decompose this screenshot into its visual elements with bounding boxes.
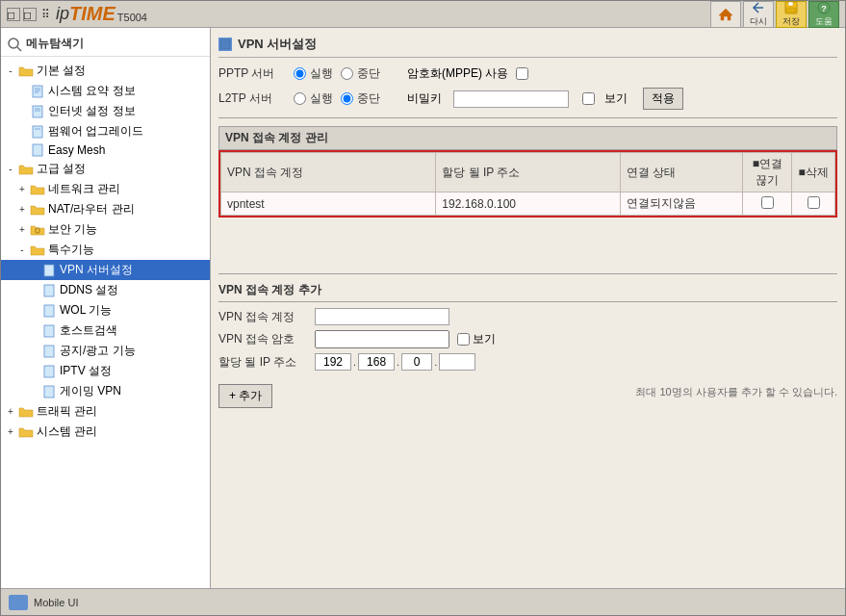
svg-marker-0 <box>719 9 732 20</box>
ip-dot-1: . <box>353 356 356 368</box>
mobile-ui-icon <box>9 595 28 610</box>
sidebar: 메뉴탐색기 - 기본 설정 시스템 요약 정보 <box>1 28 211 588</box>
l2tp-row: L2TP 서버 실행 중단 비밀키 보기 적용 <box>218 88 837 110</box>
add-account-label: VPN 접속 계정 <box>218 309 315 325</box>
sidebar-label-ddns: DDNS 설정 <box>60 282 118 298</box>
toolbar: 다시 저장 ? 도움 <box>710 1 839 28</box>
sidebar-label-network: 네트워크 관리 <box>48 181 120 197</box>
bottombar: Mobile UI <box>1 588 845 615</box>
expand-sysmgmt[interactable]: + <box>5 426 16 438</box>
expand-security[interactable]: + <box>16 224 28 236</box>
add-ip-row: 할당 될 IP 주소 . . . <box>218 353 837 371</box>
sidebar-item-vpnserver[interactable]: VPN 서버설정 <box>1 260 210 280</box>
accounts-section-title: VPN 접속 계정 관리 <box>225 130 328 146</box>
svg-rect-24 <box>44 366 54 377</box>
sidebar-item-sysinfo[interactable]: 시스템 요약 정보 <box>1 81 210 101</box>
add-button[interactable]: + 추가 <box>218 384 272 408</box>
folder-icon-sysmgmt <box>18 425 34 439</box>
expand-basic[interactable]: - <box>5 65 16 77</box>
ip-octet4[interactable] <box>439 353 475 371</box>
row-delete-check[interactable] <box>792 192 835 216</box>
svg-rect-23 <box>44 346 54 357</box>
back-icon <box>751 1 766 14</box>
pptp-encrypt-checkbox[interactable] <box>516 67 528 80</box>
sidebar-item-adblock[interactable]: 공지/광고 기능 <box>1 341 210 361</box>
folder-icon-traffic <box>18 405 34 419</box>
expand-advanced[interactable]: - <box>5 164 16 175</box>
page-icon-ddns <box>41 284 57 297</box>
l2tp-run-group: 실행 <box>294 90 333 107</box>
sidebar-item-traffic[interactable]: + 트래픽 관리 <box>1 401 210 422</box>
add-account-row: VPN 접속 계정 <box>218 308 837 325</box>
ip-dot-2: . <box>397 356 399 368</box>
empty-space <box>218 218 837 266</box>
folder-icon-security <box>30 223 45 237</box>
sidebar-item-netinfo[interactable]: 인터넷 설정 정보 <box>1 101 210 121</box>
delete-checkbox[interactable] <box>808 196 820 209</box>
col-account: VPN 접속 계정 <box>221 153 436 192</box>
sidebar-label-sysinfo: 시스템 요약 정보 <box>48 83 136 99</box>
svg-rect-3 <box>786 8 796 13</box>
help-button[interactable]: ? 도움 <box>808 1 839 28</box>
sidebar-item-advanced[interactable]: - 고급 설정 <box>1 159 210 179</box>
sidebar-item-hostscan[interactable]: 호스트검색 <box>1 321 210 341</box>
sidebar-item-gamevpn[interactable]: 게이밍 VPN <box>1 381 210 401</box>
l2tp-show-label: 보기 <box>604 90 628 107</box>
page-title-label: VPN 서버설정 <box>238 36 317 53</box>
sidebar-item-special[interactable]: - 특수기능 <box>1 240 210 260</box>
save-button[interactable]: 저장 <box>776 1 807 28</box>
folder-icon-nat <box>30 203 45 217</box>
expand-traffic[interactable]: + <box>5 406 16 418</box>
l2tp-apply-button[interactable]: 적용 <box>643 88 683 110</box>
svg-rect-8 <box>33 86 42 97</box>
row-disconnect-check[interactable] <box>743 192 792 216</box>
svg-text:?: ? <box>821 4 827 13</box>
sidebar-item-security[interactable]: + 보안 기능 <box>1 219 210 240</box>
pptp-label: PPTP 서버 <box>218 65 286 82</box>
sidebar-item-ddns[interactable]: DDNS 설정 <box>1 280 210 300</box>
sidebar-item-iptv[interactable]: IPTV 설정 <box>1 361 210 381</box>
sidebar-label-security: 보안 기능 <box>48 221 97 238</box>
sidebar-item-network[interactable]: + 네트워크 관리 <box>1 179 210 199</box>
sidebar-label-vpnserver: VPN 서버설정 <box>60 262 133 278</box>
accounts-table-highlight: VPN 접속 계정 할당 될 IP 주소 연결 상태 ■연결끊기 ■삭제 vpn… <box>218 150 837 218</box>
sidebar-label-hostscan: 호스트검색 <box>60 322 117 339</box>
sidebar-item-firmware[interactable]: 펌웨어 업그레이드 <box>1 121 210 141</box>
l2tp-run-radio[interactable] <box>294 92 306 105</box>
home-button[interactable] <box>710 1 741 28</box>
pptp-stop-radio[interactable] <box>341 67 353 80</box>
add-password-label: VPN 접속 암호 <box>218 331 315 347</box>
l2tp-stop-radio[interactable] <box>341 92 353 105</box>
sidebar-item-easymesh[interactable]: Easy Mesh <box>1 141 210 159</box>
expand-special[interactable]: - <box>16 244 28 256</box>
table-row: vpntest 192.168.0.100 연결되지않음 <box>221 192 835 216</box>
sidebar-item-sysmgmt[interactable]: + 시스템 관리 <box>1 422 210 442</box>
disconnect-checkbox[interactable] <box>761 196 774 209</box>
sidebar-item-basic[interactable]: - 기본 설정 <box>1 61 210 81</box>
add-password-input[interactable] <box>315 330 449 348</box>
add-account-input[interactable] <box>315 308 449 325</box>
sidebar-item-wol[interactable]: WOL 기능 <box>1 300 210 321</box>
sidebar-item-nat[interactable]: + NAT/라우터 관리 <box>1 199 210 219</box>
ip-octet3[interactable] <box>401 353 432 371</box>
l2tp-password-input[interactable] <box>453 90 569 108</box>
sidebar-label-nat: NAT/라우터 관리 <box>48 201 135 218</box>
l2tp-show-checkbox[interactable] <box>582 92 595 105</box>
add-section: VPN 접속 계정 추가 VPN 접속 계정 VPN 접속 암호 보기 할당 될… <box>218 282 837 408</box>
svg-line-7 <box>17 47 21 51</box>
minimize-icon[interactable]: □ <box>7 8 20 21</box>
row-status: 연결되지않음 <box>620 192 743 216</box>
main-layout: 메뉴탐색기 - 기본 설정 시스템 요약 정보 <box>1 28 845 588</box>
page-icon-wol <box>41 304 57 318</box>
add-show-checkbox[interactable] <box>457 333 470 346</box>
expand-nat[interactable]: + <box>16 204 28 216</box>
pptp-run-radio[interactable] <box>294 67 306 80</box>
ip-octet2[interactable] <box>358 353 395 371</box>
expand-network[interactable]: + <box>16 184 28 195</box>
add-ip-label: 할당 될 IP 주소 <box>218 354 315 371</box>
back-button[interactable]: 다시 <box>743 1 774 28</box>
search-icon <box>7 37 22 52</box>
ip-octet1[interactable] <box>315 353 351 371</box>
titlebar-controls: □ □ ⠿ <box>7 8 50 21</box>
maximize-icon[interactable]: □ <box>23 8 37 21</box>
